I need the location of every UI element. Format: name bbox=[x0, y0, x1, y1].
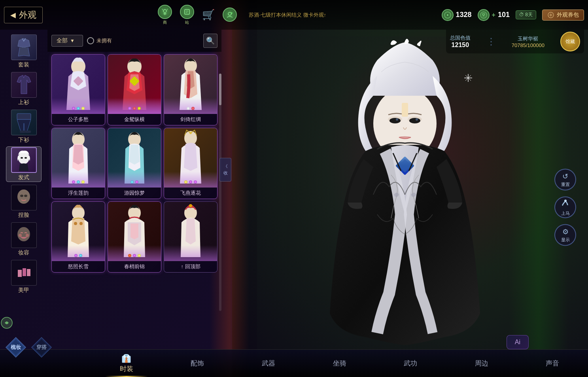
pants-icon bbox=[11, 110, 37, 135]
svg-point-30 bbox=[20, 195, 23, 197]
svg-point-27 bbox=[21, 157, 23, 159]
svg-point-33 bbox=[19, 234, 22, 237]
mount-button[interactable]: 上马 bbox=[554, 197, 576, 218]
voucher-label: 外观券包 bbox=[557, 11, 579, 19]
action-buttons: ↺ 重置 上马 ⚙ 显示 bbox=[554, 169, 576, 246]
character-area bbox=[221, 32, 588, 377]
item-1-glow bbox=[52, 98, 105, 114]
tab-fashion[interactable]: 👔 时装 bbox=[91, 350, 162, 377]
tab-surroundings[interactable]: 周边 bbox=[446, 350, 517, 377]
outfit-diamond[interactable]: 穿搭 bbox=[30, 335, 53, 359]
category-hair-label: 发式 bbox=[18, 174, 29, 181]
tab-mount-label: 坐骑 bbox=[333, 359, 346, 368]
unowned-toggle[interactable]: 未拥有 bbox=[87, 37, 112, 44]
item-card-8[interactable]: 春梢前锦 bbox=[108, 201, 161, 273]
item-9-image bbox=[164, 202, 217, 261]
item-card-1[interactable]: 公子多愁 bbox=[51, 54, 105, 125]
filter-dropdown[interactable]: 全部 ▼ bbox=[51, 35, 83, 47]
reset-button[interactable]: ↺ 重置 bbox=[554, 169, 576, 191]
left-category-panel: 套装 上衫 下衫 bbox=[0, 30, 47, 354]
mount-icon bbox=[561, 199, 570, 209]
dropdown-arrow-icon: ▼ bbox=[70, 38, 75, 44]
item-8-orbs bbox=[128, 254, 141, 257]
stat-1-label: 总国色值 bbox=[450, 34, 471, 42]
item-8-glow bbox=[108, 245, 161, 261]
item-7-image bbox=[52, 202, 105, 261]
shop-icon-1[interactable]: 商 bbox=[158, 5, 172, 25]
page-title: 外观 bbox=[19, 9, 36, 21]
tab-accessory[interactable]: 配饰 bbox=[162, 350, 233, 377]
category-pants[interactable]: 下衫 bbox=[6, 109, 42, 144]
category-makeup[interactable]: 妆容 bbox=[6, 222, 42, 257]
svg-point-6 bbox=[409, 118, 420, 123]
tab-kungfu-label: 武功 bbox=[404, 359, 417, 368]
item-2-glow bbox=[108, 98, 161, 114]
stat-2-value: 70785/100000 bbox=[512, 42, 545, 48]
museum-label: 馆藏 bbox=[565, 38, 575, 45]
filter-dropdown-label: 全部 bbox=[57, 37, 68, 44]
currency-2-value: 101 bbox=[498, 11, 510, 19]
mount-label: 上马 bbox=[561, 210, 570, 216]
shop-icons: 商 站 🛒 bbox=[158, 5, 237, 25]
museum-button[interactable]: 馆藏 bbox=[560, 32, 580, 51]
add-friend-icon[interactable] bbox=[223, 8, 237, 23]
fashion-tab-icon: 👔 bbox=[121, 354, 131, 363]
currency-1-icon bbox=[442, 9, 454, 21]
display-button[interactable]: ⚙ 显示 bbox=[554, 224, 576, 246]
tab-kungfu[interactable]: 武功 bbox=[375, 350, 446, 377]
category-nail[interactable]: 美甲 bbox=[6, 259, 42, 295]
item-card-9[interactable]: ↑ 回顶部 bbox=[164, 201, 217, 273]
item-1-name: 公子多愁 bbox=[52, 114, 105, 125]
svg-point-49 bbox=[74, 222, 77, 225]
tab-sound[interactable]: 声音 bbox=[517, 350, 588, 377]
ai-badge: Ai bbox=[507, 335, 529, 349]
filter-bar: 全部 ▼ 未拥有 🔍 bbox=[47, 30, 221, 52]
top-center-area: 商 站 🛒 bbox=[43, 5, 442, 25]
cart-icon[interactable]: 🛒 bbox=[202, 9, 215, 21]
nail-icon bbox=[11, 260, 37, 286]
category-face[interactable]: 捏脸 bbox=[6, 184, 42, 220]
category-hair[interactable]: 发式 bbox=[6, 146, 42, 182]
back-button[interactable]: ◀ 外观 bbox=[4, 7, 43, 23]
item-3-orbs bbox=[187, 107, 195, 110]
scroll-indicator[interactable] bbox=[219, 74, 221, 311]
category-makeup-label: 妆容 bbox=[18, 249, 29, 256]
tab-surroundings-label: 周边 bbox=[475, 359, 488, 368]
item-card-6[interactable]: 飞燕逐花 bbox=[164, 128, 217, 199]
shirt-icon bbox=[11, 72, 37, 98]
item-2-orbs bbox=[128, 107, 141, 110]
tab-mount[interactable]: 坐骑 bbox=[304, 350, 375, 377]
item-card-2[interactable]: 金鸳纵横 bbox=[108, 54, 161, 125]
search-button[interactable]: 🔍 bbox=[203, 34, 217, 48]
voucher-button[interactable]: 外观券包 bbox=[542, 9, 584, 21]
shop-icon-2[interactable]: 站 bbox=[180, 5, 194, 25]
item-3-image bbox=[164, 55, 217, 114]
tab-weapon[interactable]: 武器 bbox=[233, 350, 304, 377]
add-currency-icon[interactable]: + bbox=[492, 11, 495, 19]
item-card-3[interactable]: 剑倚红绸 bbox=[164, 54, 217, 125]
svg-rect-36 bbox=[23, 268, 26, 276]
reset-icon: ↺ bbox=[562, 172, 568, 181]
stats-divider: ⋮ bbox=[486, 36, 496, 47]
collapse-button[interactable]: 《 收 bbox=[219, 158, 231, 182]
bottom-deco-icon bbox=[0, 316, 14, 332]
back-arrow-icon: ◀ bbox=[10, 11, 16, 19]
item-5-name: 游园惊梦 bbox=[108, 188, 161, 199]
category-shirt[interactable]: 上衫 bbox=[6, 71, 42, 107]
item-card-4[interactable]: 浮生莲韵 bbox=[51, 128, 105, 199]
tab-fashion-label: 时装 bbox=[120, 364, 133, 373]
svg-point-50 bbox=[79, 222, 83, 225]
item-4-name: 浮生莲韵 bbox=[52, 188, 105, 199]
item-3-glow bbox=[164, 98, 217, 114]
item-8-image bbox=[108, 202, 161, 261]
item-9-name: ↑ 回顶部 bbox=[164, 261, 217, 272]
collapse-icon: 《 bbox=[223, 163, 228, 169]
item-card-7[interactable]: 怒照长雪 bbox=[51, 201, 105, 273]
item-card-5[interactable]: 游园惊梦 bbox=[108, 128, 161, 199]
shop-icon-circle-2 bbox=[180, 5, 194, 19]
item-4-orbs bbox=[72, 180, 85, 184]
category-suit[interactable]: 套装 bbox=[6, 34, 42, 69]
category-face-label: 捏脸 bbox=[18, 212, 29, 219]
svg-point-7 bbox=[396, 118, 398, 121]
svg-point-34 bbox=[26, 234, 29, 237]
